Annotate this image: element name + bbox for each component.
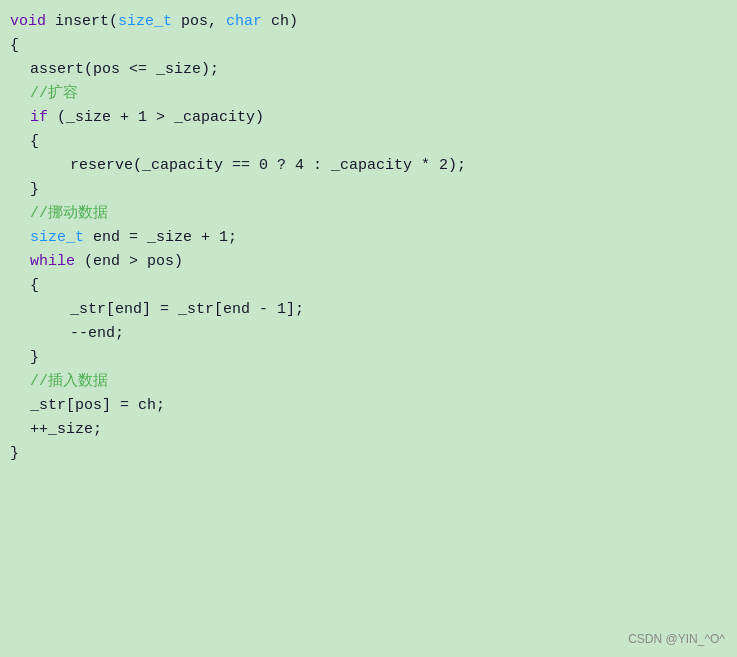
- code-line-14: --end;: [10, 322, 721, 346]
- code-line-5: if (_size + 1 > _capacity): [10, 106, 721, 130]
- code-line-2: {: [10, 34, 721, 58]
- code-line-3: assert(pos <= _size);: [10, 58, 721, 82]
- code-line-10: size_t end = _size + 1;: [10, 226, 721, 250]
- code-line-17: _str[pos] = ch;: [10, 394, 721, 418]
- code-line-6: {: [10, 130, 721, 154]
- code-line-9: //挪动数据: [10, 202, 721, 226]
- code-line-19: }: [10, 442, 721, 466]
- code-line-11: while (end > pos): [10, 250, 721, 274]
- code-line-8: }: [10, 178, 721, 202]
- keyword-void: void: [10, 10, 55, 34]
- code-line-12: {: [10, 274, 721, 298]
- code-line-16: //插入数据: [10, 370, 721, 394]
- code-line-1: void insert(size_t pos, char ch): [10, 10, 721, 34]
- func-name: insert: [55, 10, 109, 34]
- code-line-4: //扩容: [10, 82, 721, 106]
- code-line-13: _str[end] = _str[end - 1];: [10, 298, 721, 322]
- code-line-18: ++_size;: [10, 418, 721, 442]
- code-line-15: }: [10, 346, 721, 370]
- type-char: char: [226, 10, 262, 34]
- watermark: CSDN @YIN_^O^: [628, 630, 725, 649]
- code-line-7: reserve(_capacity == 0 ? 4 : _capacity *…: [10, 154, 721, 178]
- code-block: void insert(size_t pos, char ch) { asser…: [0, 0, 737, 657]
- type-size_t: size_t: [118, 10, 172, 34]
